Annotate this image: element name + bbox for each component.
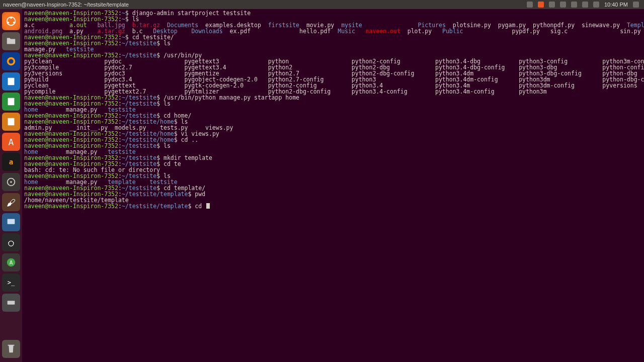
window-title: naveen@naveen-Inspiron-7352: ~/testsite/… [3,2,129,8]
svg-point-2 [13,22,15,24]
svg-rect-6 [8,78,15,85]
battery-icon[interactable] [582,2,588,8]
gear-icon[interactable] [633,2,639,8]
firefox-icon[interactable] [2,52,20,70]
svg-rect-7 [8,98,15,106]
svg-point-1 [10,17,12,19]
amazon-icon[interactable]: a [2,153,20,171]
svg-rect-14 [8,301,15,304]
unity-launcher: A a 🖌 ◯ A >_ [0,9,22,362]
network-icon[interactable] [571,2,577,8]
libreoffice-writer-icon[interactable] [2,72,20,90]
libreoffice-calc-icon[interactable] [2,93,20,111]
clock[interactable]: 10:40 PM [604,2,628,8]
settings-icon[interactable] [2,173,20,191]
files-icon[interactable] [2,32,20,50]
mail-icon[interactable] [560,2,566,8]
gimp-icon[interactable]: 🖌 [2,193,20,211]
app-icon[interactable]: ◯ [2,233,20,251]
updater-icon[interactable]: A [2,253,20,272]
disk-icon[interactable] [2,294,20,312]
svg-point-5 [9,59,13,63]
cursor [206,203,210,209]
terminal-icon[interactable]: >_ [2,274,20,292]
trash-icon[interactable] [2,340,20,358]
indicator-icon[interactable] [527,2,533,8]
svg-rect-8 [8,118,15,126]
terminal-output[interactable]: naveen@naveen-Inspiron-7352:~$ django-ad… [22,9,644,362]
dash-icon[interactable] [2,12,20,30]
svg-rect-11 [8,219,15,224]
ubuntu-software-icon[interactable]: A [2,133,20,151]
sound-icon[interactable] [593,2,599,8]
system-indicators[interactable]: 10:40 PM [527,2,644,8]
remmina-icon[interactable] [2,213,20,231]
keyboard-icon[interactable] [549,2,555,8]
svg-point-10 [10,181,12,183]
indicator-icon[interactable] [538,2,544,8]
libreoffice-impress-icon[interactable] [2,113,20,131]
svg-point-3 [8,22,10,24]
svg-text:A: A [10,259,13,266]
top-menu-bar: naveen@naveen-Inspiron-7352: ~/testsite/… [0,0,644,9]
svg-rect-15 [8,345,15,346]
